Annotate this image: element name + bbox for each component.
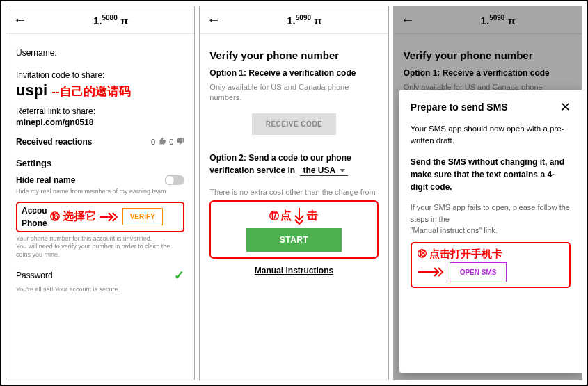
header: ← 1.5080 π xyxy=(6,6,194,34)
reactions-row: Received reactions 0 0 xyxy=(16,137,184,147)
option1-title: Option 1: Receive a verification code xyxy=(209,68,378,78)
password-label: Password xyxy=(16,271,53,280)
annotation-box-16: Accou Phone ⑯ 选择它 VERIFY xyxy=(16,202,184,232)
password-row: Password ✓ xyxy=(16,268,184,283)
invite-label: Invitation code to share: xyxy=(16,70,184,80)
country-dropdown[interactable]: the USA xyxy=(300,166,348,176)
annotation-arrow-icon xyxy=(418,266,445,278)
modal-paragraph: Your SMS app should now open with a pre-… xyxy=(411,123,571,146)
hide-name-toggle[interactable] xyxy=(165,175,184,185)
hide-name-hint: Hide my real name from members of my ear… xyxy=(16,188,184,196)
reactions-label: Received reactions xyxy=(16,137,92,147)
annotation-arrow-down-icon xyxy=(293,207,305,225)
annotation-text-16: 选择它 xyxy=(63,209,96,224)
manual-instructions-link[interactable]: Manual instructions xyxy=(209,266,378,275)
annotation-text-18: 点击打开手机卡 xyxy=(429,248,502,261)
balance-title: 1.5090 π xyxy=(228,14,381,26)
balance-title: 1.5080 π xyxy=(34,14,187,26)
check-icon: ✓ xyxy=(174,268,184,283)
back-icon[interactable]: ← xyxy=(13,12,34,28)
thumb-down-icon[interactable] xyxy=(176,137,184,147)
phone-hint: Your phone number for this account is un… xyxy=(16,235,184,259)
header: ← 1.5090 π xyxy=(200,6,388,34)
close-icon[interactable]: ✕ xyxy=(560,99,571,115)
option2-title: Option 2: Send a code to our phone verif… xyxy=(209,152,378,177)
referral-label: Referral link to share: xyxy=(16,106,184,116)
profile-content: Username: Invitation code to share: uspi… xyxy=(6,34,194,300)
receive-code-button[interactable]: RECEIVE CODE xyxy=(252,113,337,135)
invite-code: uspi xyxy=(16,81,47,99)
modal-title: Prepare to send SMS xyxy=(411,102,508,113)
referral-link[interactable]: mlnepi.com/gn0518 xyxy=(16,118,184,127)
back-icon[interactable]: ← xyxy=(207,12,228,28)
annotation-box-17: ⑰ 点 击 START xyxy=(209,200,378,259)
screen-verify: ← 1.5090 π Verify your phone number Opti… xyxy=(199,6,388,380)
annotation-num-17: ⑰ xyxy=(269,210,279,223)
screen-sms-modal: ← 1.5098 π Verify your phone number Opti… xyxy=(393,6,582,380)
verify-content: Verify your phone number Option 1: Recei… xyxy=(200,34,388,282)
verify-button[interactable]: VERIFY xyxy=(122,208,163,225)
username-label: Username: xyxy=(16,48,184,58)
password-hint: You're all set! Your account is secure. xyxy=(16,286,184,294)
sms-modal: Prepare to send SMS ✕ Your SMS app shoul… xyxy=(399,90,582,373)
annotation-text-17b: 击 xyxy=(307,209,318,223)
modal-bold-text: Send the SMS without changing it, and ma… xyxy=(411,156,571,193)
annotation-text-17a: 点 xyxy=(280,209,292,223)
screen-profile: ← 1.5080 π Username: Invitation code to … xyxy=(6,6,195,380)
annotation-box-18: ⑱ 点击打开手机卡 OPEN SMS xyxy=(411,242,571,288)
annotation-num-18: ⑱ xyxy=(418,248,427,260)
extra-cost-note: There is no extra cost other than the ch… xyxy=(209,188,378,196)
phone-label: Phone xyxy=(22,218,47,228)
option1-desc: Only available for US and Canada phone n… xyxy=(209,82,378,104)
annotation-arrow-icon xyxy=(99,211,120,223)
open-sms-button[interactable]: OPEN SMS xyxy=(450,262,507,282)
hide-name-label: Hide real name xyxy=(16,175,75,185)
invite-row: uspi --自己的邀请码 xyxy=(16,81,184,99)
verify-heading: Verify your phone number xyxy=(209,49,378,61)
settings-heading: Settings xyxy=(16,158,184,168)
annotation-num-16: ⑯ xyxy=(50,211,60,223)
hide-name-row: Hide real name xyxy=(16,175,184,185)
modal-hint: If your SMS app fails to open, please fo… xyxy=(411,202,571,236)
start-button[interactable]: START xyxy=(246,228,342,252)
account-label-partial: Accou xyxy=(22,206,47,216)
annotation-invite-note: --自己的邀请码 xyxy=(51,83,130,99)
reactions-counts: 0 0 xyxy=(151,137,184,147)
app-container: ← 1.5080 π Username: Invitation code to … xyxy=(0,0,588,386)
thumb-up-icon[interactable] xyxy=(158,137,166,147)
